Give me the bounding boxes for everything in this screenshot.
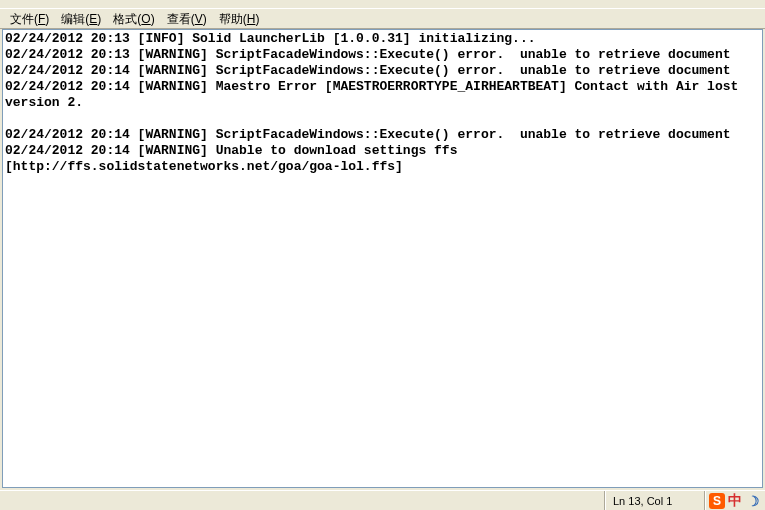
menu-view[interactable]: 查看(V) (161, 9, 213, 29)
editor-textarea[interactable]: 02/24/2012 20:13 [INFO] Solid LauncherLi… (2, 29, 763, 488)
ime-moon-icon[interactable]: ☽ (745, 493, 761, 509)
ime-tray: S 中 ☽ (704, 491, 765, 510)
editor-wrap: 02/24/2012 20:13 [INFO] Solid LauncherLi… (0, 29, 765, 490)
menu-format[interactable]: 格式(O) (107, 9, 160, 29)
menubar: 文件(F) 编辑(E) 格式(O) 查看(V) 帮助(H) (0, 9, 765, 29)
statusbar: Ln 13, Col 1 S 中 ☽ (0, 490, 765, 510)
status-position: Ln 13, Col 1 (604, 491, 704, 510)
menu-file[interactable]: 文件(F) (4, 9, 55, 29)
ime-chinese-icon[interactable]: 中 (727, 493, 743, 509)
sogou-icon[interactable]: S (709, 493, 725, 509)
menu-edit[interactable]: 编辑(E) (55, 9, 107, 29)
menu-help[interactable]: 帮助(H) (213, 9, 266, 29)
